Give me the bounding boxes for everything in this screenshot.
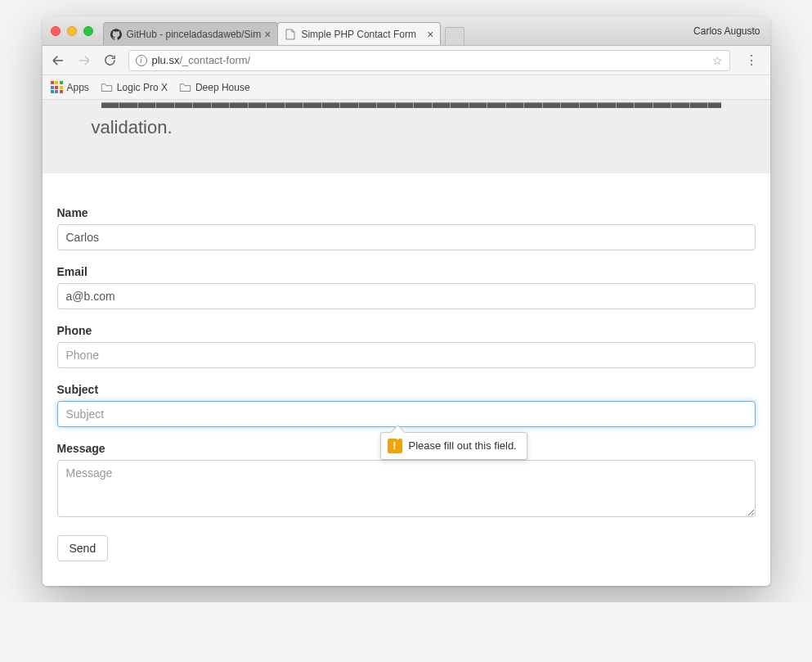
hero-section: ▬▬▬▬▬▬▬▬▬▬▬▬▬▬▬▬▬▬▬▬▬▬▬▬▬▬▬▬▬▬▬▬▬▬▬▬▬▬▬▬…	[43, 100, 770, 173]
phone-input[interactable]	[57, 342, 756, 368]
bookmark-star-icon[interactable]: ☆	[712, 54, 723, 67]
apps-button[interactable]: Apps	[51, 81, 89, 93]
folder-icon	[101, 82, 113, 92]
profile-name[interactable]: Carlos Augusto	[693, 25, 760, 37]
tab-github[interactable]: GitHub - pinceladasdaweb/Sim ×	[103, 22, 279, 45]
field-subject: Subject ! Please fill out this field.	[57, 383, 756, 427]
tab-title: GitHub - pinceladasdaweb/Sim	[127, 29, 262, 40]
tab-close-icon[interactable]: ×	[264, 28, 271, 41]
forward-button[interactable]	[77, 53, 92, 68]
validation-text: Please fill out this field.	[409, 439, 517, 452]
hero-text-line1: ▬▬▬▬▬▬▬▬▬▬▬▬▬▬▬▬▬▬▬▬▬▬▬▬▬▬▬▬▬▬▬▬▬▬▬▬▬▬▬▬…	[101, 100, 721, 115]
apps-label: Apps	[67, 82, 89, 93]
name-input[interactable]	[57, 224, 756, 250]
github-favicon-icon	[110, 29, 122, 40]
bookmark-label: Logic Pro X	[117, 82, 168, 93]
url-path: /_contact-form/	[179, 54, 250, 66]
bookmark-folder[interactable]: Logic Pro X	[101, 82, 168, 93]
field-email: Email	[57, 265, 756, 309]
page-viewport: ▬▬▬▬▬▬▬▬▬▬▬▬▬▬▬▬▬▬▬▬▬▬▬▬▬▬▬▬▬▬▬▬▬▬▬▬▬▬▬▬…	[43, 100, 770, 586]
tab-active[interactable]: Simple PHP Contact Form ×	[277, 22, 441, 45]
traffic-lights	[51, 26, 93, 36]
message-textarea[interactable]	[57, 460, 756, 517]
new-tab-button[interactable]	[445, 27, 464, 45]
toolbar: i plu.sx/_contact-form/ ☆ ⋮	[43, 46, 770, 75]
field-phone: Phone	[57, 324, 756, 368]
site-info-icon[interactable]: i	[136, 55, 147, 66]
url-host: plu.sx	[152, 54, 180, 66]
email-input[interactable]	[57, 283, 756, 309]
apps-grid-icon	[51, 81, 63, 93]
back-button[interactable]	[51, 53, 65, 68]
field-name: Name	[57, 206, 756, 250]
email-label: Email	[57, 265, 756, 278]
bookmark-label: Deep House	[195, 82, 250, 93]
subject-input[interactable]	[57, 401, 756, 427]
bookmarks-bar: Apps Logic Pro X Deep House	[43, 75, 770, 100]
close-window-button[interactable]	[51, 26, 61, 36]
bookmark-folder[interactable]: Deep House	[179, 82, 250, 93]
phone-label: Phone	[57, 324, 756, 337]
minimize-window-button[interactable]	[67, 26, 77, 36]
reload-button[interactable]	[103, 53, 117, 67]
address-bar[interactable]: i plu.sx/_contact-form/ ☆	[128, 50, 730, 71]
browser-window: GitHub - pinceladasdaweb/Sim × Simple PH…	[43, 16, 770, 586]
tab-strip: GitHub - pinceladasdaweb/Sim × Simple PH…	[103, 22, 465, 45]
hero-text-line2: validation.	[92, 115, 721, 141]
name-label: Name	[57, 206, 756, 219]
subject-label: Subject	[57, 383, 756, 396]
validation-tooltip: ! Please fill out this field.	[380, 432, 527, 460]
folder-icon	[179, 82, 191, 92]
maximize-window-button[interactable]	[83, 26, 93, 36]
contact-form: Name Email Phone Subject ! Please fill o…	[43, 173, 770, 586]
page-favicon-icon	[285, 29, 296, 40]
browser-menu-button[interactable]: ⋮	[742, 52, 762, 68]
warning-icon: !	[388, 439, 402, 453]
send-button[interactable]: Send	[57, 535, 109, 561]
tab-close-icon[interactable]: ×	[427, 28, 433, 41]
tab-title: Simple PHP Contact Form	[301, 29, 424, 40]
window-titlebar: GitHub - pinceladasdaweb/Sim × Simple PH…	[43, 16, 770, 46]
